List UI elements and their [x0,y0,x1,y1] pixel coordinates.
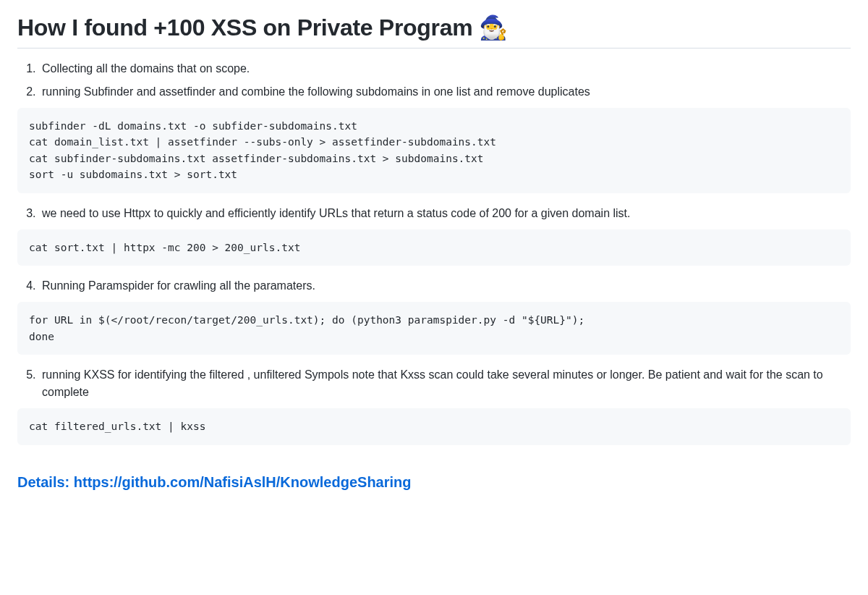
code-block-1: subfinder -dL domains.txt -o subfider-su… [17,108,851,193]
page-title: How I found +100 XSS on Private Program … [17,13,851,48]
steps-list-a: Collecting all the domains that on scope… [17,60,851,101]
details-line: Details: https://github.com/NafisiAslH/K… [17,471,851,493]
code-block-2: cat sort.txt | httpx -mc 200 > 200_urls.… [17,229,851,266]
code-block-3: for URL in $(</root/recon/target/200_url… [17,302,851,355]
step-item: Running Paramspider for crawling all the… [39,277,851,295]
steps-list-d: running KXSS for identifying the filtere… [17,366,851,401]
steps-list-c: Running Paramspider for crawling all the… [17,277,851,295]
details-label: Details: [17,474,74,490]
steps-list-b: we need to use Httpx to quickly and effi… [17,205,851,222]
step-item: we need to use Httpx to quickly and effi… [39,205,851,222]
code-block-4: cat filtered_urls.txt | kxss [17,408,851,444]
details-link[interactable]: https://github.com/NafisiAslH/KnowledgeS… [74,474,412,490]
step-item: running KXSS for identifying the filtere… [39,366,851,401]
step-item: Collecting all the domains that on scope… [39,60,851,77]
step-item: running Subfinder and assetfinder and co… [39,83,851,101]
